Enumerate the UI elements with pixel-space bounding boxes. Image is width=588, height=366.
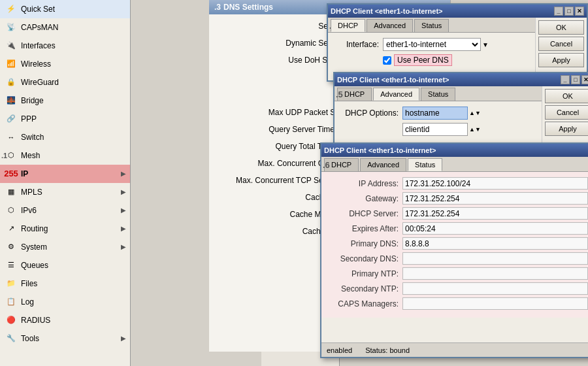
- tab-status-3[interactable]: Status: [408, 158, 442, 171]
- dhcp-window1-content: Interface: ether1-to-internet ▼ Use Peer…: [328, 33, 535, 75]
- use-peer-dns-checkbox[interactable]: [383, 56, 391, 65]
- sidebar-label-interfaces: Interfaces: [21, 41, 56, 50]
- sidebar-item-queues[interactable]: ☰ Queues: [0, 256, 130, 274]
- ip-icon: 255: [5, 168, 17, 180]
- option2-up[interactable]: ▲: [469, 126, 475, 133]
- option1-down[interactable]: ▼: [475, 110, 481, 116]
- sidebar-item-wireless[interactable]: 📶 Wireless: [0, 55, 130, 73]
- ppp-icon: 🔗: [5, 113, 17, 125]
- max-udp-label: Max UDP Packet Size:: [217, 108, 348, 117]
- dhcp-window1-interface-row: Interface: ether1-to-internet ▼: [333, 38, 530, 51]
- dhcp-window2-apply[interactable]: Apply: [545, 122, 588, 136]
- sidebar-item-ip[interactable]: 255 IP ▶: [0, 165, 130, 183]
- tab-status-2[interactable]: Status: [421, 88, 455, 101]
- log-icon: 📋: [5, 296, 17, 308]
- sidebar-item-mesh[interactable]: ⬡ Mesh .1: [0, 146, 130, 165]
- sidebar-item-routing[interactable]: ↗ Routing ▶: [0, 220, 130, 238]
- dhcp-window3-statusbar: enabled Status: bound: [321, 342, 588, 357]
- dns-title-number: .3: [214, 3, 221, 12]
- option1-up[interactable]: ▲: [469, 110, 475, 116]
- sidebar-item-files[interactable]: 📁 Files: [0, 274, 130, 293]
- sidebar-label-mesh: Mesh: [21, 151, 40, 160]
- dhcp-server-label: DHCP Server:: [327, 209, 399, 218]
- sidebar-label-log: Log: [21, 297, 34, 307]
- sidebar-item-log[interactable]: 📋 Log: [0, 293, 130, 311]
- wireguard-icon: 🔒: [5, 76, 17, 88]
- sidebar-item-bridge[interactable]: 🌉 Bridge: [0, 92, 130, 110]
- primary-ntp-label: Primary NTP:: [327, 269, 399, 278]
- main-area: DHCP Server .2 DNS Firewall Hotspot IPse…: [131, 0, 588, 366]
- dhcp-window1-apply[interactable]: Apply: [538, 53, 584, 67]
- dhcp-window1-close[interactable]: ✕: [575, 7, 584, 16]
- sidebar-item-interfaces[interactable]: 🔌 Interfaces: [0, 37, 130, 55]
- sidebar-item-capsman[interactable]: 📡 CAPsMAN: [0, 18, 130, 37]
- dhcp-window1-ok[interactable]: OK: [538, 20, 584, 35]
- capsman-icon: 📡: [5, 22, 17, 33]
- dhcp-window2-tabs: DHCP Advanced Status: [335, 86, 542, 101]
- sidebar-label-wireless: Wireless: [21, 59, 51, 69]
- window2-number: .5: [336, 90, 343, 99]
- dhcp-option1-input[interactable]: [402, 107, 468, 120]
- dhcp-window2-controls: _ □ ✕: [561, 75, 588, 84]
- secondary-dns-value: [402, 252, 588, 265]
- secondary-ntp-label: Secondary NTP:: [327, 284, 399, 293]
- dhcp-window2-maximize[interactable]: □: [571, 75, 580, 84]
- window3-number: .6: [323, 160, 330, 170]
- dhcp-window1-cancel[interactable]: Cancel: [538, 37, 584, 51]
- secondary-ntp-value: [402, 282, 588, 295]
- expires-after-label: Expires After:: [327, 224, 399, 233]
- tab-advanced-2[interactable]: Advanced: [373, 88, 419, 101]
- tab-status-1[interactable]: Status: [414, 19, 449, 32]
- option2-down[interactable]: ▼: [475, 126, 481, 133]
- secondary-dns-label: Secondary DNS:: [327, 254, 399, 263]
- status-bound: Status: bound: [365, 346, 410, 354]
- dhcp-options-row2: ▲ ▼: [340, 123, 536, 136]
- query-server-label: Query Server Timeout:: [217, 125, 348, 134]
- dhcp-window1-title: DHCP Client <ether1-to-internet>: [331, 7, 554, 15]
- sidebar-label-bridge: Bridge: [21, 96, 44, 105]
- tab-advanced-3[interactable]: Advanced: [360, 158, 406, 171]
- dhcp-window2-minimize[interactable]: _: [561, 75, 570, 84]
- sidebar-item-tools[interactable]: 🔧 Tools ▶: [0, 329, 130, 348]
- gateway-value: 172.31.252.254: [402, 192, 588, 205]
- sidebar-item-radius[interactable]: 🔴 RADIUS: [0, 311, 130, 329]
- dhcp-window2-cancel[interactable]: Cancel: [545, 105, 588, 120]
- dhcp-window1-maximize[interactable]: □: [564, 7, 574, 16]
- tab-dhcp-1[interactable]: DHCP: [331, 19, 365, 32]
- dhcp-window3-content: .6 IP Address: 172.31.252.100/24 Gateway…: [321, 172, 588, 318]
- dhcp-window2-close[interactable]: ✕: [581, 75, 588, 84]
- mesh-number: .1: [1, 152, 7, 159]
- tab-advanced-1[interactable]: Advanced: [367, 19, 413, 32]
- dhcp-window1-minimize[interactable]: _: [554, 7, 563, 16]
- sidebar-item-wireguard[interactable]: 🔒 WireGuard: [0, 73, 130, 92]
- dhcp-window1-titlebar: DHCP Client <ether1-to-internet> _ □ ✕: [328, 5, 587, 18]
- dhcp-window3-tabs: DHCP Advanced Status: [321, 157, 588, 172]
- mpls-icon: ▦: [5, 186, 17, 198]
- quickset-icon: ⚡: [5, 3, 17, 15]
- ip-arrow: ▶: [121, 170, 126, 177]
- dhcp-window2-title: DHCP Client <ether1-to-internet>: [337, 76, 561, 84]
- sidebar-label-files: Files: [21, 279, 37, 288]
- dhcp-window1-buttons: OK Cancel Apply: [535, 18, 587, 80]
- sidebar-item-ipv6[interactable]: ⬡ IPv6 ▶: [0, 201, 130, 220]
- dhcp-option2-input[interactable]: [402, 123, 468, 136]
- dhcp-window2-ok[interactable]: OK: [545, 89, 588, 103]
- dhcp-window1-controls: _ □ ✕: [554, 7, 584, 16]
- sidebar-item-mpls[interactable]: ▦ MPLS ▶: [0, 183, 130, 201]
- caps-managers-value: [402, 297, 588, 310]
- sidebar-item-ppp[interactable]: 🔗 PPP: [0, 110, 130, 128]
- interface-select[interactable]: ether1-to-internet: [383, 38, 481, 51]
- dhcp-window3-titlebar: DHCP Client <ether1-to-internet> _ □ ✕: [321, 144, 588, 157]
- dhcp-window-2: DHCP Client <ether1-to-internet> _ □ ✕ D…: [333, 72, 588, 147]
- sidebar-label-wireguard: WireGuard: [21, 78, 59, 87]
- routing-arrow: ▶: [121, 225, 126, 232]
- sidebar-item-quickset[interactable]: ⚡ Quick Set: [0, 0, 130, 18]
- queues-icon: ☰: [5, 259, 17, 271]
- dhcp-server-value: 172.31.252.254: [402, 207, 588, 220]
- sidebar-item-switch[interactable]: ↔ Switch: [0, 128, 130, 146]
- bridge-icon: 🌉: [5, 95, 17, 107]
- sidebar-item-system[interactable]: ⚙ System ▶: [0, 238, 130, 256]
- interface-dropdown-arrow: ▼: [482, 41, 489, 48]
- sidebar-label-queues: Queues: [21, 261, 48, 270]
- sidebar-label-ipv6: IPv6: [21, 206, 37, 215]
